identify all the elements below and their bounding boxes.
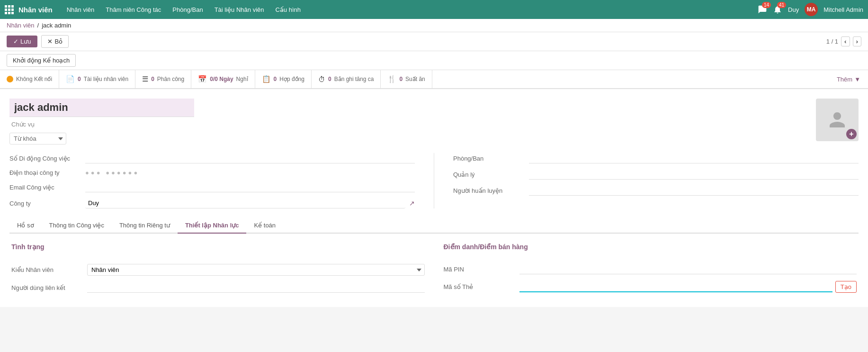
dept-select[interactable] bbox=[529, 153, 859, 163]
tab-congviec[interactable]: Thông tin Công việc bbox=[42, 218, 112, 234]
create-card-button[interactable]: Tạo bbox=[835, 281, 857, 293]
breadcrumb: Nhân viên / jack admin bbox=[0, 19, 868, 32]
email-input[interactable] bbox=[85, 182, 415, 192]
alerts-count: 41 bbox=[777, 2, 786, 8]
breadcrumb-separator: / bbox=[37, 22, 39, 29]
employee-name-field[interactable] bbox=[9, 99, 816, 117]
tab-col-left: Tình trạng Kiểu Nhân viên Nhân viên Thực… bbox=[11, 243, 425, 293]
chevron-down-icon: ▼ bbox=[854, 76, 860, 83]
mobile-input[interactable] bbox=[85, 153, 415, 163]
company-select[interactable]: Duy bbox=[85, 198, 405, 208]
mobile-label: Số Di động Công việc bbox=[9, 155, 85, 162]
email-field: Email Công việc bbox=[9, 182, 415, 192]
manager-value[interactable] bbox=[529, 169, 859, 180]
employee-type-row: Kiểu Nhân viên Nhân viên Thực tập sinh N… bbox=[11, 264, 425, 276]
nav-tailieu[interactable]: Tài liệu Nhân viên bbox=[210, 4, 269, 15]
status-overtime[interactable]: ⏱ 0 Bản ghi tăng ca bbox=[312, 70, 381, 88]
field-section: Số Di động Công việc Điện thoại công ty … bbox=[9, 153, 859, 208]
breadcrumb-parent[interactable]: Nhân viên bbox=[7, 22, 35, 29]
email-label: Email Công việc bbox=[9, 184, 85, 191]
check-icon: ✓ bbox=[13, 38, 18, 45]
more-button[interactable]: Thêm ▼ bbox=[829, 70, 868, 88]
employee-type-label: Kiểu Nhân viên bbox=[11, 266, 87, 273]
email-value[interactable] bbox=[85, 182, 415, 192]
clock-icon: ⏱ bbox=[318, 75, 325, 83]
company-ext-link[interactable]: ↗ bbox=[409, 199, 415, 207]
keyword-select[interactable]: Từ khóa bbox=[9, 133, 66, 144]
card-input[interactable] bbox=[519, 281, 832, 292]
secondary-bar: Khởi động Kế hoạch bbox=[0, 51, 868, 70]
tab-col-right: Điểm danh/Điểm bán hàng Mã PIN Mã số Thẻ… bbox=[444, 243, 857, 293]
tab-nhanluc-content: Tình trạng Kiểu Nhân viên Nhân viên Thực… bbox=[9, 234, 859, 302]
phone-field: Điện thoại công ty ●●● ●●●●●● bbox=[9, 169, 415, 176]
linked-user-value[interactable] bbox=[87, 282, 425, 293]
employee-name-input[interactable] bbox=[9, 99, 194, 117]
mobile-field: Số Di động Công việc bbox=[9, 153, 415, 163]
status-bar: Không Kết nối 📄 0 Tài liệu nhân viên ☰ 0… bbox=[0, 70, 868, 89]
discard-button[interactable]: ✕ Bỏ bbox=[41, 35, 69, 48]
list-icon: ☰ bbox=[142, 75, 148, 83]
company-value[interactable]: Duy ↗ bbox=[85, 198, 415, 208]
status-leave[interactable]: 📅 0/0 Ngày Nghỉ bbox=[191, 70, 255, 88]
calendar-icon: 📅 bbox=[198, 75, 207, 83]
avatar[interactable]: MA bbox=[805, 3, 818, 16]
company-field: Công ty Duy ↗ bbox=[9, 198, 415, 208]
coach-select[interactable] bbox=[529, 185, 859, 196]
phone-value: ●●● ●●●●●● bbox=[85, 169, 415, 176]
employee-type-value[interactable]: Nhân viên Thực tập sinh Nhà thầu bbox=[87, 264, 425, 276]
tab-ketoan[interactable]: Kế toán bbox=[246, 218, 283, 234]
keyword-dropdown[interactable]: Từ khóa bbox=[9, 133, 816, 144]
phone-blurred: ●●● ●●●●●● bbox=[85, 169, 139, 176]
add-photo-icon[interactable]: + bbox=[846, 129, 857, 139]
pin-value[interactable] bbox=[519, 264, 857, 274]
app-title: Nhân viên bbox=[18, 6, 53, 14]
card-row: Mã số Thẻ Tạo bbox=[444, 281, 857, 293]
coach-value[interactable] bbox=[529, 185, 859, 196]
field-col-right: Phòng/Ban Quản lý Người huấn luyện bbox=[453, 153, 859, 208]
tab-hoso[interactable]: Hồ sơ bbox=[9, 218, 42, 234]
status-docs[interactable]: 📄 0 Tài liệu nhân viên bbox=[59, 70, 135, 88]
tab-riengtu[interactable]: Thông tin Riêng tư bbox=[112, 218, 178, 234]
phone-label: Điện thoại công ty bbox=[9, 169, 85, 176]
prev-button[interactable]: ‹ bbox=[841, 36, 850, 46]
topnav-right: 14 41 Duy MA Mitchell Admin bbox=[758, 3, 863, 16]
nav-cauhinh[interactable]: Cấu hình bbox=[270, 4, 305, 15]
linked-user-label: Người dùng liên kết bbox=[11, 284, 87, 291]
nav-thamnien[interactable]: Thâm niên Công tác bbox=[101, 4, 166, 15]
mobile-value[interactable] bbox=[85, 153, 415, 163]
section-tinh-trang: Tình trạng bbox=[11, 243, 425, 251]
manager-select[interactable] bbox=[529, 169, 859, 180]
tab-two-col: Tình trạng Kiểu Nhân viên Nhân viên Thực… bbox=[11, 243, 857, 293]
status-assign[interactable]: ☰ 0 Phân công bbox=[135, 70, 191, 88]
tab-nhanluc[interactable]: Thiết lập Nhân lực bbox=[178, 218, 247, 234]
status-meal[interactable]: 🍴 0 Suất ăn bbox=[381, 70, 432, 88]
avatar-upload[interactable]: + bbox=[816, 99, 859, 141]
connection-dot bbox=[7, 76, 13, 82]
nav-phongban[interactable]: Phòng/Ban bbox=[168, 4, 207, 15]
dept-value[interactable] bbox=[529, 153, 859, 163]
coach-field: Người huấn luyện bbox=[453, 185, 859, 196]
field-divider bbox=[434, 153, 434, 208]
coach-label: Người huấn luyện bbox=[453, 187, 529, 194]
nav-nhanvien[interactable]: Nhân viên bbox=[62, 4, 99, 15]
tabs: Hồ sơ Thông tin Công việc Thông tin Riên… bbox=[9, 218, 859, 234]
alerts-badge-wrap[interactable]: 41 bbox=[773, 5, 782, 14]
status-contract[interactable]: 📋 0 Hợp đồng bbox=[255, 70, 312, 88]
breadcrumb-current: jack admin bbox=[42, 22, 71, 29]
pager: 1 / 1 ‹ › bbox=[826, 36, 861, 46]
next-button[interactable]: › bbox=[853, 36, 861, 46]
contract-icon: 📋 bbox=[262, 75, 271, 83]
linked-user-input[interactable] bbox=[87, 282, 425, 293]
manager-field: Quản lý bbox=[453, 169, 859, 180]
main-content: Chức vụ Từ khóa + Số Di động Công việc Đ… bbox=[0, 89, 868, 307]
doc-icon: 📄 bbox=[66, 75, 75, 83]
messages-count: 14 bbox=[762, 2, 771, 8]
pin-input[interactable] bbox=[519, 264, 857, 274]
app-brand[interactable]: Nhân viên bbox=[5, 5, 53, 14]
messages-badge-wrap[interactable]: 14 bbox=[758, 5, 767, 14]
employee-type-select[interactable]: Nhân viên Thực tập sinh Nhà thầu bbox=[87, 264, 425, 276]
start-plan-button[interactable]: Khởi động Kế hoạch bbox=[7, 54, 76, 67]
pin-label: Mã PIN bbox=[444, 266, 519, 273]
save-button[interactable]: ✓ Lưu bbox=[7, 36, 37, 47]
status-connection[interactable]: Không Kết nối bbox=[0, 70, 59, 88]
